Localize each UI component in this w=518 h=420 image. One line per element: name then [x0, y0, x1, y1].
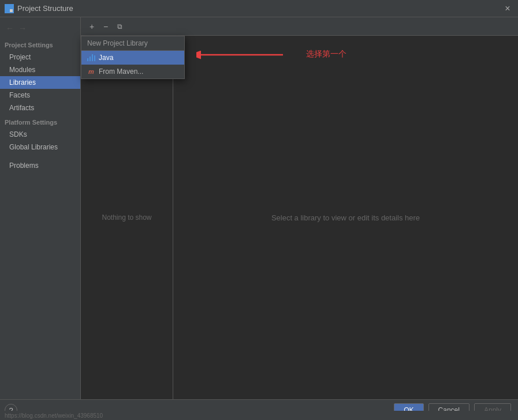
- status-url: https://blog.csdn.net/weixin_43968510: [5, 412, 103, 419]
- sidebar-item-modules[interactable]: Modules: [0, 63, 80, 76]
- title-bar-text: Project Structure: [17, 4, 502, 13]
- project-settings-label: Project Settings: [0, 37, 80, 51]
- add-button[interactable]: +: [85, 20, 98, 33]
- detail-pane: Select a library to view or edit its det…: [173, 36, 518, 399]
- svg-rect-3: [10, 9, 13, 12]
- svg-rect-1: [10, 5, 13, 8]
- nav-forward-button[interactable]: →: [17, 23, 28, 33]
- nothing-to-show: Nothing to show: [102, 213, 151, 222]
- close-button[interactable]: ×: [502, 3, 513, 14]
- toolbar: + − ⧉ New Project Library Java: [81, 17, 518, 36]
- main-layout: ← → Project Settings Project Modules Lib…: [0, 17, 518, 399]
- sidebar-item-project[interactable]: Project: [0, 51, 80, 63]
- platform-settings-label: Platform Settings: [0, 114, 80, 128]
- copy-button[interactable]: ⧉: [113, 20, 126, 33]
- nav-back-button[interactable]: ←: [5, 23, 15, 33]
- svg-rect-0: [6, 5, 9, 8]
- sidebar-item-libraries[interactable]: Libraries: [0, 76, 80, 89]
- svg-rect-2: [6, 9, 9, 12]
- sidebar-nav: ← →: [0, 22, 80, 37]
- detail-hint: Select a library to view or edit its det…: [271, 213, 420, 222]
- dropdown-item-maven[interactable]: m From Maven...: [81, 65, 184, 78]
- sidebar-item-facets[interactable]: Facets: [0, 89, 80, 102]
- content-row: Nothing to show Select a library to view…: [81, 36, 518, 399]
- sidebar-item-global-libraries[interactable]: Global Libraries: [0, 141, 80, 153]
- java-icon: [87, 54, 95, 61]
- app-icon: [5, 4, 14, 13]
- maven-icon: m: [87, 68, 95, 76]
- title-bar: Project Structure ×: [0, 0, 518, 17]
- dropdown-header: New Project Library: [81, 36, 184, 51]
- new-project-library-dropdown: New Project Library Java m From Maven...: [81, 36, 185, 79]
- library-list-pane: Nothing to show: [81, 36, 173, 399]
- status-bar: https://blog.csdn.net/weixin_43968510: [0, 411, 518, 420]
- remove-button[interactable]: −: [99, 20, 112, 33]
- sidebar-item-artifacts[interactable]: Artifacts: [0, 102, 80, 114]
- content-area: + − ⧉ New Project Library Java: [81, 17, 518, 399]
- sidebar: ← → Project Settings Project Modules Lib…: [0, 17, 81, 399]
- sidebar-item-sdks[interactable]: SDKs: [0, 128, 80, 141]
- sidebar-item-problems[interactable]: Problems: [0, 159, 80, 172]
- dropdown-item-java[interactable]: Java: [81, 51, 184, 65]
